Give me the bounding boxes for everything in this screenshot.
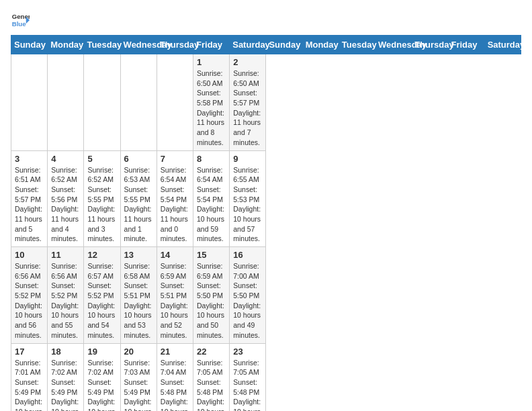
day-number: 14 [161, 250, 189, 260]
calendar-cell [11, 54, 48, 151]
day-info: Sunrise: 7:03 AMSunset: 5:49 PMDaylight:… [124, 358, 153, 412]
calendar-cell: 22Sunrise: 7:05 AMSunset: 5:48 PMDayligh… [193, 343, 230, 411]
header-monday: Monday [302, 36, 339, 54]
day-of-week-saturday: Saturday [230, 36, 266, 54]
day-info: Sunrise: 6:56 AMSunset: 5:52 PMDaylight:… [15, 261, 44, 340]
day-number: 9 [233, 154, 262, 164]
day-of-week-wednesday: Wednesday [120, 36, 157, 54]
logo: General Blue [11, 11, 30, 30]
day-info: Sunrise: 7:00 AMSunset: 5:50 PMDaylight:… [233, 261, 262, 340]
day-number: 2 [233, 57, 262, 67]
calendar-cell: 10Sunrise: 6:56 AMSunset: 5:52 PMDayligh… [11, 247, 48, 344]
calendar-table: SundayMondayTuesdayWednesdayThursdayFrid… [11, 35, 521, 411]
day-of-week-sunday: Sunday [11, 36, 48, 54]
calendar-cell: 14Sunrise: 6:59 AMSunset: 5:51 PMDayligh… [157, 247, 193, 344]
svg-text:Blue: Blue [12, 20, 26, 28]
header-wednesday: Wednesday [375, 36, 412, 54]
logo-icon: General Blue [11, 11, 30, 30]
calendar-cell: 16Sunrise: 7:00 AMSunset: 5:50 PMDayligh… [230, 247, 266, 344]
calendar-cell: 8Sunrise: 6:54 AMSunset: 5:54 PMDaylight… [193, 150, 230, 247]
calendar-cell: 11Sunrise: 6:56 AMSunset: 5:52 PMDayligh… [48, 247, 84, 344]
calendar-cell: 6Sunrise: 6:53 AMSunset: 5:55 PMDaylight… [120, 150, 157, 247]
day-number: 5 [87, 154, 116, 164]
day-info: Sunrise: 6:56 AMSunset: 5:52 PMDaylight:… [51, 261, 80, 340]
calendar-cell: 5Sunrise: 6:52 AMSunset: 5:55 PMDaylight… [84, 150, 120, 247]
calendar-cell: 20Sunrise: 7:03 AMSunset: 5:49 PMDayligh… [120, 343, 157, 411]
day-number: 19 [87, 347, 116, 357]
calendar-cell: 9Sunrise: 6:55 AMSunset: 5:53 PMDaylight… [230, 150, 266, 247]
calendar-cell [120, 54, 157, 151]
calendar-cell: 13Sunrise: 6:58 AMSunset: 5:51 PMDayligh… [120, 247, 157, 344]
day-info: Sunrise: 7:05 AMSunset: 5:48 PMDaylight:… [197, 358, 226, 412]
header-tuesday: Tuesday [339, 36, 375, 54]
calendar-cell: 4Sunrise: 6:52 AMSunset: 5:56 PMDaylight… [48, 150, 84, 247]
calendar-cell: 18Sunrise: 7:02 AMSunset: 5:49 PMDayligh… [48, 343, 84, 411]
calendar-cell: 2Sunrise: 6:50 AMSunset: 5:57 PMDaylight… [230, 54, 266, 151]
day-info: Sunrise: 6:51 AMSunset: 5:57 PMDaylight:… [15, 165, 44, 244]
calendar-cell: 7Sunrise: 6:54 AMSunset: 5:54 PMDaylight… [157, 150, 193, 247]
day-of-week-thursday: Thursday [157, 36, 193, 54]
day-number: 7 [161, 154, 189, 164]
day-info: Sunrise: 6:54 AMSunset: 5:54 PMDaylight:… [161, 165, 189, 244]
day-info: Sunrise: 6:59 AMSunset: 5:51 PMDaylight:… [161, 261, 189, 340]
day-number: 1 [197, 57, 226, 67]
page-header: General Blue [11, 11, 521, 30]
day-of-week-monday: Monday [48, 36, 84, 54]
calendar-cell [48, 54, 84, 151]
day-info: Sunrise: 6:59 AMSunset: 5:50 PMDaylight:… [197, 261, 226, 340]
calendar-week-row: 1Sunrise: 6:50 AMSunset: 5:58 PMDaylight… [11, 54, 521, 151]
day-info: Sunrise: 7:02 AMSunset: 5:49 PMDaylight:… [51, 358, 80, 412]
day-number: 17 [15, 347, 44, 357]
calendar-week-row: 17Sunrise: 7:01 AMSunset: 5:49 PMDayligh… [11, 343, 521, 411]
calendar-cell: 12Sunrise: 6:57 AMSunset: 5:52 PMDayligh… [84, 247, 120, 344]
day-info: Sunrise: 6:50 AMSunset: 5:58 PMDaylight:… [197, 68, 226, 148]
calendar-week-row: 3Sunrise: 6:51 AMSunset: 5:57 PMDaylight… [11, 150, 521, 247]
day-info: Sunrise: 6:52 AMSunset: 5:55 PMDaylight:… [87, 165, 116, 244]
day-number: 4 [51, 154, 80, 164]
day-of-week-friday: Friday [193, 36, 230, 54]
day-info: Sunrise: 6:52 AMSunset: 5:56 PMDaylight:… [51, 165, 80, 244]
calendar-cell: 23Sunrise: 7:05 AMSunset: 5:48 PMDayligh… [230, 343, 266, 411]
day-number: 21 [161, 347, 189, 357]
day-info: Sunrise: 6:53 AMSunset: 5:55 PMDaylight:… [124, 165, 153, 244]
day-info: Sunrise: 6:50 AMSunset: 5:57 PMDaylight:… [233, 68, 262, 148]
day-info: Sunrise: 7:02 AMSunset: 5:49 PMDaylight:… [87, 358, 116, 412]
header-saturday: Saturday [484, 36, 521, 54]
day-number: 15 [197, 250, 226, 260]
day-of-week-tuesday: Tuesday [84, 36, 120, 54]
header-friday: Friday [448, 36, 484, 54]
calendar-header-row: SundayMondayTuesdayWednesdayThursdayFrid… [11, 36, 521, 54]
day-number: 23 [233, 347, 262, 357]
day-info: Sunrise: 6:57 AMSunset: 5:52 PMDaylight:… [87, 261, 116, 340]
calendar-cell: 3Sunrise: 6:51 AMSunset: 5:57 PMDaylight… [11, 150, 48, 247]
day-info: Sunrise: 7:04 AMSunset: 5:48 PMDaylight:… [161, 358, 189, 412]
calendar-cell [157, 54, 193, 151]
day-number: 13 [124, 250, 153, 260]
day-number: 18 [51, 347, 80, 357]
calendar-cell: 1Sunrise: 6:50 AMSunset: 5:58 PMDaylight… [193, 54, 230, 151]
day-info: Sunrise: 6:58 AMSunset: 5:51 PMDaylight:… [124, 261, 153, 340]
calendar-cell: 15Sunrise: 6:59 AMSunset: 5:50 PMDayligh… [193, 247, 230, 344]
calendar-cell: 21Sunrise: 7:04 AMSunset: 5:48 PMDayligh… [157, 343, 193, 411]
calendar-week-row: 10Sunrise: 6:56 AMSunset: 5:52 PMDayligh… [11, 247, 521, 344]
day-info: Sunrise: 6:55 AMSunset: 5:53 PMDaylight:… [233, 165, 262, 244]
day-info: Sunrise: 7:05 AMSunset: 5:48 PMDaylight:… [233, 358, 262, 412]
day-number: 6 [124, 154, 153, 164]
day-number: 12 [87, 250, 116, 260]
calendar-cell [84, 54, 120, 151]
day-number: 16 [233, 250, 262, 260]
day-number: 8 [197, 154, 226, 164]
day-info: Sunrise: 6:54 AMSunset: 5:54 PMDaylight:… [197, 165, 226, 244]
day-number: 3 [15, 154, 44, 164]
day-number: 11 [51, 250, 80, 260]
header-thursday: Thursday [412, 36, 448, 54]
day-number: 20 [124, 347, 153, 357]
day-info: Sunrise: 7:01 AMSunset: 5:49 PMDaylight:… [15, 358, 44, 412]
header-sunday: Sunday [266, 36, 302, 54]
calendar-cell: 19Sunrise: 7:02 AMSunset: 5:49 PMDayligh… [84, 343, 120, 411]
day-number: 10 [15, 250, 44, 260]
calendar-cell: 17Sunrise: 7:01 AMSunset: 5:49 PMDayligh… [11, 343, 48, 411]
day-number: 22 [197, 347, 226, 357]
